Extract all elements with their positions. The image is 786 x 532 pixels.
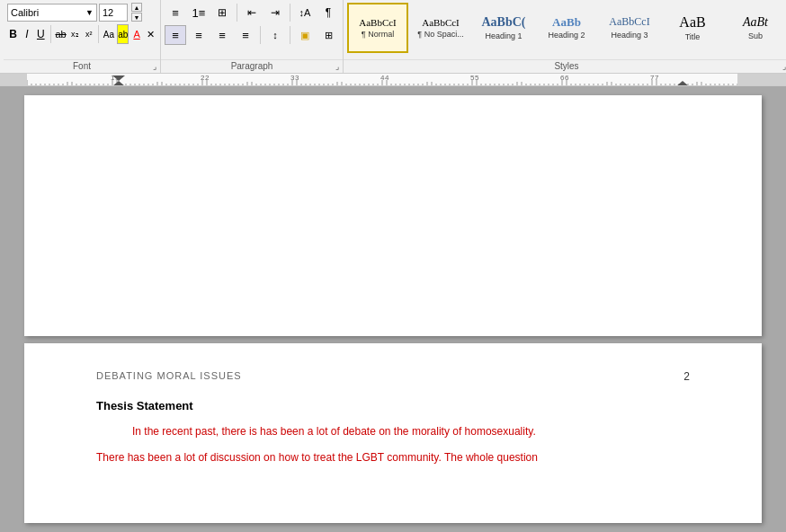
style-heading2[interactable]: AaBb Heading 2 bbox=[536, 3, 597, 53]
style-no-spacing[interactable]: AaBbCcI ¶ No Spaci... bbox=[410, 3, 471, 53]
style-normal-sample: AaBbCcI bbox=[359, 17, 397, 28]
styles-section-label: Styles bbox=[344, 59, 786, 71]
page-2-header: DEBATING MORAL ISSUES 2 bbox=[96, 370, 690, 383]
font-name-dropdown[interactable]: Calibri ▼ bbox=[7, 4, 97, 22]
font-name-arrow[interactable]: ▼ bbox=[85, 8, 94, 17]
separator bbox=[50, 25, 51, 43]
show-hide-button[interactable]: ¶ bbox=[317, 3, 339, 22]
font-size-box[interactable]: 12 bbox=[99, 4, 128, 22]
styles-section: AaBbCcI ¶ Normal AaBbCcI ¶ No Spaci... A… bbox=[344, 0, 786, 73]
style-heading1-sample: AaBbC( bbox=[481, 15, 525, 29]
bold-button[interactable]: B bbox=[7, 24, 19, 44]
style-heading3[interactable]: AaBbCcI Heading 3 bbox=[599, 3, 660, 53]
para-sep2 bbox=[290, 4, 290, 22]
align-right-button[interactable]: ≡ bbox=[211, 25, 233, 45]
para-bottom-row: ≡ ≡ ≡ ≡ ↕ ▣ ⊞ bbox=[165, 25, 339, 45]
para-sep4 bbox=[290, 26, 290, 44]
style-heading3-label: Heading 3 bbox=[611, 31, 648, 40]
borders-button[interactable]: ⊞ bbox=[317, 25, 339, 45]
multilevel-list-button[interactable]: ⊞ bbox=[211, 3, 233, 22]
style-normal[interactable]: AaBbCcI ¶ Normal bbox=[347, 3, 408, 53]
para-sep1 bbox=[237, 4, 237, 22]
style-heading1[interactable]: AaBbC( Heading 1 bbox=[473, 3, 534, 53]
text-highlight-button[interactable]: ab bbox=[117, 24, 129, 44]
font-expand-icon[interactable]: ⌟ bbox=[153, 62, 156, 71]
font-name-value: Calibri bbox=[11, 7, 39, 18]
style-heading3-sample: AaBbCcI bbox=[609, 16, 649, 28]
font-section: Calibri ▼ 12 ▲ ▼ B I U ab x₂ x² Aa ab A … bbox=[4, 0, 161, 73]
style-heading1-label: Heading 1 bbox=[485, 31, 522, 40]
paragraph-2[interactable]: There has been a lot of discussion on ho… bbox=[96, 449, 690, 466]
style-no-spacing-sample: AaBbCcI bbox=[422, 17, 460, 28]
style-normal-label: ¶ Normal bbox=[362, 30, 394, 39]
change-case-button[interactable]: Aa bbox=[103, 24, 115, 44]
styles-expand-icon[interactable]: ⌟ bbox=[782, 62, 786, 71]
shading-button[interactable]: ▣ bbox=[294, 25, 316, 45]
ribbon: Calibri ▼ 12 ▲ ▼ B I U ab x₂ x² Aa ab A … bbox=[0, 0, 786, 74]
paragraph-section: ≡ 1≡ ⊞ ⇤ ⇥ ↕A ¶ ≡ ≡ ≡ ≡ ↕ ▣ ⊞ Paragraph … bbox=[161, 0, 344, 73]
para-expand-icon[interactable]: ⌟ bbox=[335, 62, 339, 71]
align-center-button[interactable]: ≡ bbox=[188, 25, 210, 45]
page-header-title: DEBATING MORAL ISSUES bbox=[96, 370, 242, 381]
bullets-button[interactable]: ≡ bbox=[165, 3, 186, 22]
style-subtitle-sample: AaBt bbox=[743, 15, 768, 29]
style-no-spacing-label: ¶ No Spaci... bbox=[417, 30, 463, 39]
sort-button[interactable]: ↕A bbox=[294, 3, 316, 22]
decrease-indent-button[interactable]: ⇤ bbox=[241, 3, 263, 22]
font-size-down[interactable]: ▼ bbox=[131, 13, 142, 22]
clear-formatting-button[interactable]: ✕ bbox=[145, 24, 156, 44]
separator2 bbox=[98, 25, 99, 43]
underline-button[interactable]: U bbox=[35, 24, 47, 44]
numbering-button[interactable]: 1≡ bbox=[188, 3, 210, 22]
ruler bbox=[0, 74, 786, 86]
line-spacing-button[interactable]: ↕ bbox=[264, 25, 286, 45]
style-heading2-sample: AaBb bbox=[552, 16, 581, 29]
thesis-heading: Thesis Statement bbox=[96, 399, 690, 412]
style-title[interactable]: AaB Title bbox=[662, 3, 723, 53]
document-area[interactable]: DEBATING MORAL ISSUES 2 Thesis Statement… bbox=[0, 86, 786, 532]
style-title-label: Title bbox=[685, 32, 701, 41]
para-sep3 bbox=[260, 26, 261, 44]
align-left-button[interactable]: ≡ bbox=[165, 25, 186, 45]
font-section-label: Font bbox=[4, 59, 160, 71]
ruler-canvas bbox=[0, 74, 786, 86]
para-top-row: ≡ 1≡ ⊞ ⇤ ⇥ ↕A ¶ bbox=[165, 3, 339, 22]
page-header-number: 2 bbox=[683, 370, 690, 383]
font-top-row: Calibri ▼ 12 ▲ ▼ bbox=[7, 3, 156, 22]
style-subtitle[interactable]: AaBt Sub bbox=[725, 3, 786, 53]
style-heading2-label: Heading 2 bbox=[548, 31, 585, 40]
font-size-arrows: ▲ ▼ bbox=[131, 3, 142, 22]
paragraph-1[interactable]: In the recent past, there is has been a … bbox=[96, 423, 690, 440]
font-color-button[interactable]: A bbox=[130, 24, 142, 44]
page-2: DEBATING MORAL ISSUES 2 Thesis Statement… bbox=[24, 343, 762, 523]
justify-button[interactable]: ≡ bbox=[235, 25, 256, 45]
strikethrough-button[interactable]: ab bbox=[54, 24, 67, 44]
style-subtitle-label: Sub bbox=[748, 31, 763, 40]
styles-gallery: AaBbCcI ¶ Normal AaBbCcI ¶ No Spaci... A… bbox=[347, 3, 786, 67]
italic-button[interactable]: I bbox=[21, 24, 32, 44]
style-title-sample: AaB bbox=[679, 14, 705, 31]
font-size-up[interactable]: ▲ bbox=[131, 3, 142, 12]
font-bottom-row: B I U ab x₂ x² Aa ab A ✕ bbox=[7, 24, 156, 44]
paragraph-section-label: Paragraph bbox=[161, 59, 343, 71]
superscript-button[interactable]: x² bbox=[83, 24, 94, 44]
font-size-value: 12 bbox=[103, 7, 113, 18]
subscript-button[interactable]: x₂ bbox=[69, 24, 81, 44]
increase-indent-button[interactable]: ⇥ bbox=[264, 3, 286, 22]
page-1 bbox=[24, 95, 762, 336]
